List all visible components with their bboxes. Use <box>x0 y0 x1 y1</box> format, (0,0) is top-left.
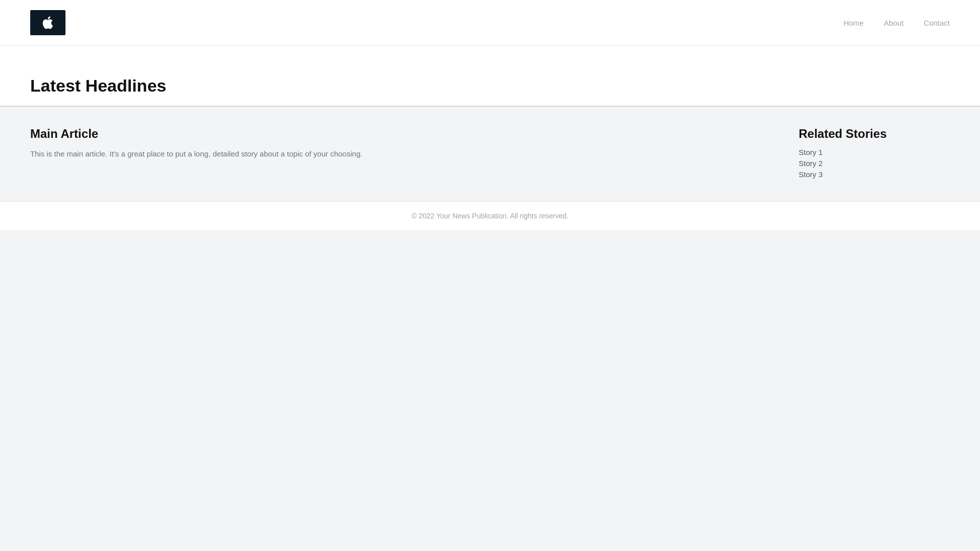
nav-about[interactable]: About <box>884 19 903 27</box>
footer-text: © 2022 Your News Publication. All rights… <box>30 212 950 220</box>
main-nav: Home About Contact <box>844 19 950 27</box>
story-link-3[interactable]: Story 3 <box>799 170 823 179</box>
sidebar-title: Related Stories <box>799 127 950 141</box>
page-title: Latest Headlines <box>30 76 950 96</box>
list-item: Story 1 <box>799 148 950 157</box>
nav-contact[interactable]: Contact <box>924 19 950 27</box>
story-link-1[interactable]: Story 1 <box>799 148 823 156</box>
list-item: Story 2 <box>799 159 950 168</box>
sidebar: Related Stories Story 1 Story 2 Story 3 <box>799 127 950 181</box>
site-footer: © 2022 Your News Publication. All rights… <box>0 201 980 230</box>
content-area: Main Article This is the main article. I… <box>0 107 980 201</box>
main-article-title: Main Article <box>30 127 779 141</box>
nav-home[interactable]: Home <box>844 19 864 27</box>
main-article: Main Article This is the main article. I… <box>30 127 779 181</box>
list-item: Story 3 <box>799 170 950 179</box>
headline-bar: Latest Headlines <box>0 46 980 107</box>
logo-icon <box>40 15 55 30</box>
logo-area <box>30 10 65 35</box>
story-link-2[interactable]: Story 2 <box>799 159 823 168</box>
main-article-body: This is the main article. It's a great p… <box>30 148 779 160</box>
logo-image <box>30 10 65 35</box>
site-header: Home About Contact <box>0 0 980 46</box>
related-stories-list: Story 1 Story 2 Story 3 <box>799 148 950 179</box>
